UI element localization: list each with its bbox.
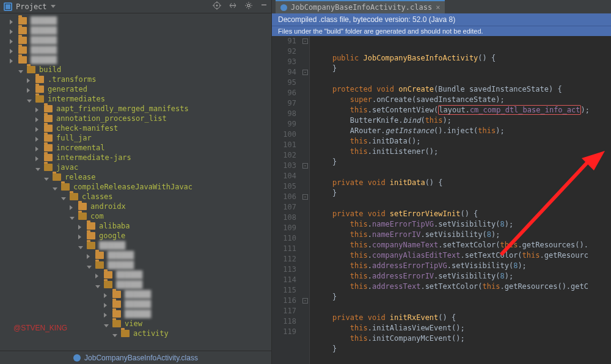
code-line[interactable]: } (315, 292, 606, 302)
tree-node[interactable]: javac (4, 162, 271, 172)
fold-toggle[interactable]: - (302, 163, 308, 169)
tree-node[interactable]: full_jar (4, 133, 271, 143)
tree-node[interactable]: ██████ (4, 26, 271, 35)
code-line[interactable]: } (315, 188, 606, 198)
chevron-right-icon[interactable] (35, 137, 38, 142)
tree-node[interactable]: ██████ (4, 35, 271, 45)
tree-node[interactable]: classes (4, 192, 271, 202)
chevron-right-icon[interactable] (104, 303, 107, 308)
code-line[interactable]: this.companyNameText.setTextColor(this.g… (315, 240, 606, 250)
chevron-down-icon[interactable] (61, 197, 66, 200)
code-line[interactable]: this.addressErrorIV.setVisibility(8); (315, 271, 606, 282)
gutter-fold[interactable]: ----- (301, 36, 310, 364)
chevron-right-icon[interactable] (35, 127, 38, 132)
tree-node[interactable]: ██████ (4, 299, 271, 309)
fold-toggle[interactable]: - (302, 194, 308, 200)
code-editor[interactable]: 9192939495969798991001011021031041051061… (272, 36, 611, 364)
tree-node[interactable]: ██████ (4, 55, 271, 65)
tree-node[interactable]: ██████ (4, 270, 271, 280)
tree-node[interactable]: build (4, 65, 271, 75)
tree-node[interactable]: generated (4, 84, 271, 94)
tree-node[interactable]: ██████ (4, 250, 271, 260)
chevron-right-icon[interactable] (27, 88, 30, 93)
code-line[interactable]: ARouter.getInstance().inject(this); (315, 126, 606, 136)
gear-icon[interactable] (244, 1, 253, 12)
close-icon[interactable]: × (436, 3, 440, 12)
chevron-down-icon[interactable] (78, 246, 83, 249)
tree-node[interactable]: ██████ (4, 16, 271, 26)
tree-node[interactable]: alibaba (4, 221, 271, 231)
chevron-down-icon[interactable] (35, 168, 40, 171)
editor-tab[interactable]: JobCompanyBaseInfoActivity.class × (276, 0, 445, 13)
chevron-right-icon[interactable] (104, 313, 107, 318)
code-line[interactable]: private void initRxEvent() { (315, 313, 606, 323)
chevron-right-icon[interactable] (27, 78, 30, 83)
chevron-right-icon[interactable] (10, 49, 13, 54)
tree-node[interactable]: ██████ (4, 241, 271, 250)
code-line[interactable]: } (315, 64, 606, 74)
tree-node[interactable]: google (4, 231, 271, 241)
chevron-right-icon[interactable] (87, 254, 90, 259)
tree-node[interactable]: ██████ (4, 45, 271, 55)
tree-node[interactable]: com (4, 211, 271, 221)
chevron-right-icon[interactable] (70, 205, 73, 210)
code-line[interactable]: this.nameErrorTipVG.setVisibility(8); (315, 219, 606, 230)
chevron-down-icon[interactable] (53, 187, 57, 191)
code-line[interactable]: this.initCompanyMcEvent(); (315, 333, 606, 344)
hide-icon[interactable] (260, 1, 268, 12)
tree-node[interactable]: androidx (4, 202, 271, 211)
chevron-right-icon[interactable] (10, 29, 13, 34)
code-line[interactable] (315, 302, 606, 313)
chevron-down-icon[interactable] (27, 100, 32, 103)
tree-node[interactable]: release (4, 172, 271, 182)
code-line[interactable]: private void setErrorViewInit() { (315, 209, 606, 219)
chevron-down-icon[interactable] (44, 178, 49, 181)
chevron-right-icon[interactable] (95, 274, 98, 278)
chevron-right-icon[interactable] (35, 147, 38, 151)
tree-node[interactable]: intermediate-jars (4, 153, 271, 162)
code-line[interactable]: private void initData() { (315, 178, 606, 188)
code-line[interactable]: protected void onCreate(Bundle savedInst… (315, 84, 606, 95)
collapse-icon[interactable] (229, 1, 237, 12)
tree-node[interactable]: check-manifest (4, 123, 271, 133)
fold-toggle[interactable]: - (302, 38, 308, 44)
chevron-right-icon[interactable] (78, 235, 81, 239)
tree-node[interactable]: ██████ (4, 289, 271, 299)
tree-node[interactable]: intermediates (4, 94, 271, 104)
tree-node[interactable]: ██████ (4, 280, 271, 289)
chevron-right-icon[interactable] (35, 117, 38, 122)
code-line[interactable]: this.initAliasViewEvent(); (315, 323, 606, 333)
code-line[interactable]: this.companyAliasEditText.setTextColor(t… (315, 250, 606, 261)
code-line[interactable]: } (315, 157, 606, 167)
code-line[interactable]: ButterKnife.bind(this); (315, 115, 606, 126)
code-area[interactable]: public JobCompanyBaseInfoActivity() { } … (310, 36, 611, 364)
code-line[interactable]: this.nameErrorIV.setVisibility(8); (315, 230, 606, 240)
fold-toggle[interactable]: - (302, 298, 308, 304)
chevron-down-icon[interactable] (70, 217, 75, 220)
chevron-down-icon[interactable] (18, 70, 23, 73)
code-line[interactable]: super.onCreate(savedInstanceState); (315, 95, 606, 105)
chevron-right-icon[interactable] (10, 39, 13, 44)
code-line[interactable]: this.initData(); (315, 136, 606, 147)
target-icon[interactable] (213, 1, 221, 12)
tree-node[interactable]: ██████ (4, 309, 271, 319)
project-tree[interactable]: ██████████████████████████████build.tran… (0, 13, 271, 351)
code-line[interactable]: public JobCompanyBaseInfoActivity() { (315, 53, 606, 64)
code-line[interactable]: this.addressText.setTextColor(this.getRe… (315, 282, 606, 292)
chevron-right-icon[interactable] (35, 156, 38, 161)
code-line[interactable]: } (315, 344, 606, 354)
tree-node[interactable]: ██████ (4, 260, 271, 270)
tree-node[interactable]: annotation_processor_list (4, 114, 271, 123)
chevron-down-icon[interactable] (112, 334, 117, 337)
tree-node[interactable]: .transforms (4, 75, 271, 84)
tree-node[interactable]: incremental (4, 143, 271, 153)
chevron-down-icon[interactable] (87, 266, 92, 269)
chevron-right-icon[interactable] (35, 107, 38, 112)
code-line[interactable] (315, 74, 606, 84)
tree-node[interactable]: aapt_friendly_merged_manifests (4, 104, 271, 114)
tree-node[interactable]: compileReleaseJavaWithJavac (4, 182, 271, 192)
code-line[interactable]: this.initListener(); (315, 147, 606, 157)
code-line[interactable] (315, 198, 606, 209)
chevron-down-icon[interactable] (104, 324, 109, 327)
chevron-right-icon[interactable] (10, 59, 13, 64)
